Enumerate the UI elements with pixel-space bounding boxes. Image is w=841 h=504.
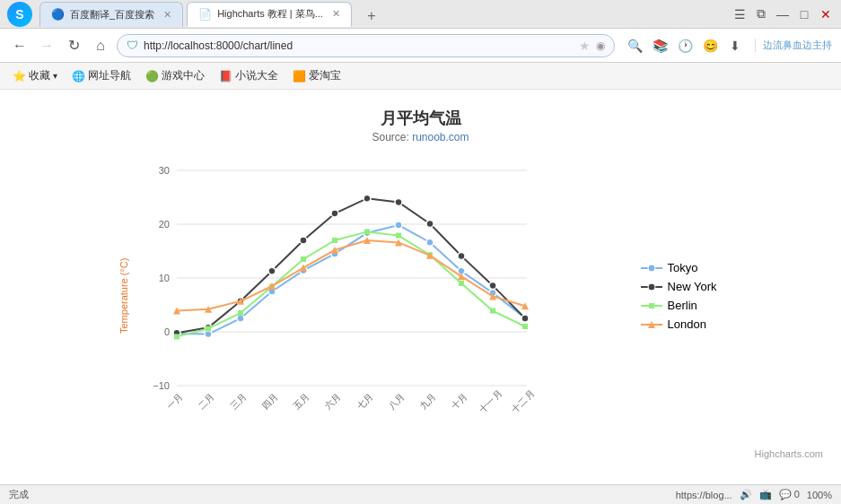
browser-logo: S (7, 2, 32, 27)
berlin-dot-4 (301, 256, 306, 262)
legend-london[interactable]: London (641, 317, 717, 331)
chart-page: 月平均气温 Source: runoob.com Temperature (°C… (0, 90, 841, 484)
svg-text:三月: 三月 (228, 392, 248, 412)
bookmark-taobao[interactable]: 🟧 爱淘宝 (289, 66, 345, 85)
title-bar-controls: ☰ ⧉ — □ ✕ (731, 6, 834, 22)
tab-close-highcharts[interactable]: ✕ (332, 8, 340, 20)
svg-rect-27 (649, 303, 654, 308)
berlin-dot-1 (206, 326, 211, 331)
svg-text:五月: 五月 (291, 392, 311, 412)
minimize-button[interactable]: — (775, 6, 791, 22)
chart-svg: 30 20 10 0 −10 一月 二月 三月 四月 五月 六月 七月 (132, 152, 563, 430)
svg-text:七月: 七月 (355, 392, 374, 412)
legend-newyork[interactable]: New York (641, 280, 717, 293)
tab-label: 百度翻译_百度搜索 (70, 8, 154, 22)
highcharts-credit: Highcharts.com (755, 448, 823, 459)
svg-text:0: 0 (163, 326, 169, 337)
bookmarks-bar: ⭐ 收藏 ▾ 🌐 网址导航 🟢 游戏中心 📕 小说大全 🟧 爱淘宝 (0, 63, 841, 90)
tab-close-baidu[interactable]: ✕ (163, 9, 171, 21)
bookmark-favorites[interactable]: ⭐ 收藏 ▾ (9, 66, 61, 85)
restore-button[interactable]: ⧉ (753, 6, 769, 22)
download-button[interactable]: ⬇ (724, 35, 746, 56)
address-bar[interactable]: 🛡 http://localhost:8000/chart/lined ★ ◉ (117, 34, 615, 57)
newyork-dot-9 (458, 252, 465, 259)
legend-berlin[interactable]: Berlin (641, 299, 717, 312)
url-text: http://localhost:8000/chart/lined (144, 39, 574, 52)
rss-icon: ◉ (596, 39, 605, 52)
newyork-dot-3 (268, 267, 276, 274)
berlin-dot-11 (522, 324, 528, 329)
browser-window: S 🔵 百度翻译_百度搜索 ✕ 📄 Highcharts 教程 | 菜鸟... … (0, 0, 841, 504)
chart-area: 30 20 10 0 −10 一月 二月 三月 四月 五月 六月 七月 (132, 152, 623, 439)
content-area: 月平均气温 Source: runoob.com Temperature (°C… (0, 90, 841, 484)
status-text: 完成 (9, 488, 29, 501)
game-icon: 🟢 (145, 70, 159, 83)
search-icon-button[interactable]: 🔍 (624, 35, 645, 56)
svg-text:二月: 二月 (196, 392, 215, 412)
tab-favicon: 🔵 (51, 8, 65, 21)
nav-icons: 🔍 📚 🕐 😊 ⬇ (624, 35, 746, 56)
legend-tokyo[interactable]: Tokyo (641, 261, 717, 274)
chart-title: 月平均气温 (381, 108, 461, 129)
legend-berlin-icon (641, 300, 662, 311)
newyork-dot-4 (300, 237, 307, 244)
berlin-dot-2 (238, 310, 243, 316)
tab-bar: 🔵 百度翻译_百度搜索 ✕ 📄 Highcharts 教程 | 菜鸟... ✕ … (39, 2, 731, 27)
svg-text:20: 20 (158, 219, 169, 230)
tab-label-highcharts: Highcharts 教程 | 菜鸟... (217, 7, 323, 21)
menu-button[interactable]: ☰ (731, 6, 748, 22)
svg-text:一月: 一月 (164, 392, 184, 412)
svg-text:十一月: 十一月 (477, 388, 504, 414)
status-bar: 完成 https://blog... 🔊 📺 💬 0 100% (0, 484, 841, 504)
newyork-dot-7 (395, 198, 402, 205)
comment-count: 💬 0 (779, 489, 800, 500)
star-icon[interactable]: ★ (579, 39, 591, 53)
refresh-button[interactable]: ↻ (63, 35, 84, 56)
tab-highcharts[interactable]: 📄 Highcharts 教程 | 菜鸟... ✕ (187, 2, 352, 27)
collection-button[interactable]: 📚 (649, 35, 670, 56)
svg-text:−10: −10 (153, 380, 170, 391)
maximize-button[interactable]: □ (796, 6, 812, 22)
berlin-dot-9 (459, 281, 464, 286)
newyork-line (177, 198, 525, 333)
berlin-dot-0 (174, 334, 180, 339)
newyork-dot-8 (426, 220, 434, 227)
legend-london-label: London (668, 317, 706, 331)
title-bar: S 🔵 百度翻译_百度搜索 ✕ 📄 Highcharts 教程 | 菜鸟... … (0, 0, 841, 29)
legend-tokyo-icon (641, 263, 662, 274)
tokyo-dot-2 (237, 315, 244, 322)
forward-button[interactable]: → (36, 35, 57, 56)
history-button[interactable]: 🕐 (674, 35, 696, 56)
security-icon: 🛡 (127, 39, 138, 52)
tab-baidu[interactable]: 🔵 百度翻译_百度搜索 ✕ (39, 2, 183, 27)
svg-text:十二月: 十二月 (510, 388, 536, 414)
svg-text:十月: 十月 (449, 392, 469, 412)
bookmark-novels[interactable]: 📕 小说大全 (215, 66, 282, 85)
status-right: https://blog... 🔊 📺 💬 0 100% (676, 489, 832, 500)
nav-bar: ← → ↻ ⌂ 🛡 http://localhost:8000/chart/li… (0, 29, 841, 63)
berlin-dot-6 (364, 229, 370, 234)
chart-source-link[interactable]: runoob.com (412, 131, 469, 143)
home-button[interactable]: ⌂ (90, 35, 111, 56)
zoom-level: 100% (807, 490, 832, 500)
dropdown-icon: ▾ (53, 71, 57, 81)
newyork-dot-5 (331, 210, 338, 217)
bookmark-nav[interactable]: 🌐 网址导航 (68, 66, 135, 85)
book-icon: 📕 (219, 70, 232, 83)
bookmark-games[interactable]: 🟢 游戏中心 (142, 66, 208, 85)
back-button[interactable]: ← (9, 35, 31, 56)
user-icon-button[interactable]: 😊 (699, 35, 721, 56)
svg-text:九月: 九月 (417, 392, 437, 412)
berlin-dot-7 (396, 233, 401, 239)
newyork-dot-10 (489, 282, 496, 289)
new-tab-button[interactable]: + (359, 5, 384, 27)
legend-newyork-label: New York (668, 280, 717, 293)
legend-tokyo-label: Tokyo (668, 261, 698, 274)
chart-legend: Tokyo New York Berli (632, 152, 726, 439)
tokyo-dot-7 (395, 222, 402, 229)
svg-text:六月: 六月 (322, 392, 342, 412)
berlin-dot-10 (490, 308, 495, 314)
berlin-dot-5 (332, 238, 337, 243)
shop-icon: 🟧 (293, 70, 306, 83)
close-button[interactable]: ✕ (818, 6, 834, 22)
